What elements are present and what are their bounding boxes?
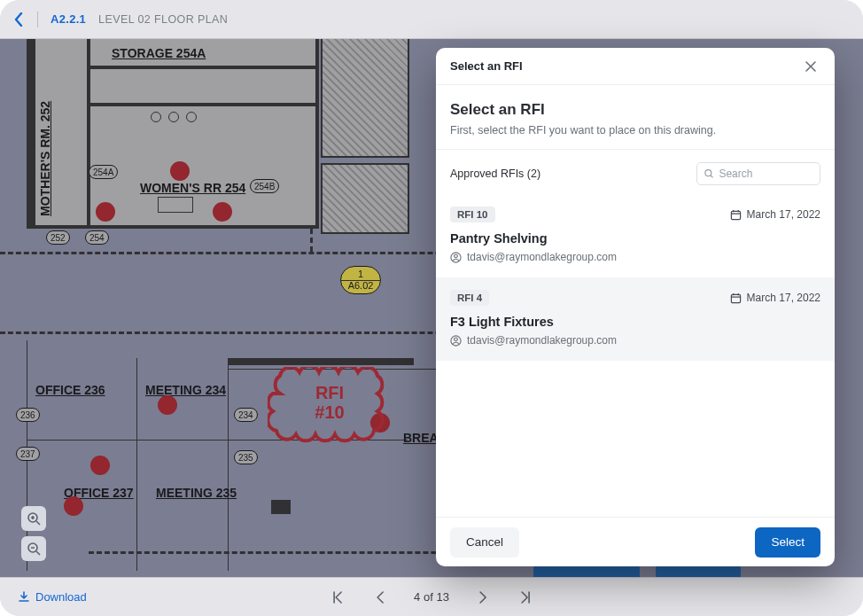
titlebar: A2.2.1 LEVEL 02 FLOOR PLAN	[0, 0, 863, 39]
rfi-date: March 17, 2022	[730, 208, 820, 221]
door-tag: 254A	[89, 165, 118, 179]
rfi-user-text: tdavis@raymondlakegroup.com	[467, 334, 617, 347]
rfi-item-user: tdavis@raymondlakegroup.com	[450, 251, 820, 263]
first-page-icon	[330, 590, 345, 604]
modal-close-button[interactable]	[801, 57, 820, 76]
select-rfi-modal: Select an RFI Select an RFI First, selec…	[436, 48, 835, 566]
room-label: STORAGE 254A	[112, 46, 206, 60]
user-icon	[450, 335, 462, 347]
user-icon	[450, 252, 462, 263]
calendar-icon	[730, 292, 742, 304]
svg-rect-15	[731, 294, 740, 302]
rfi-stamp-line1: RFI	[296, 383, 363, 402]
zoom-in-button[interactable]	[21, 506, 46, 531]
door-tag: 236	[16, 408, 40, 422]
zoom-in-icon	[27, 511, 41, 526]
room-label: BREA	[403, 431, 439, 445]
download-button[interactable]: Download	[18, 590, 87, 604]
svg-line-8	[711, 175, 713, 178]
rfi-badge: RFI 10	[450, 207, 495, 222]
door-tag: 252	[46, 230, 70, 245]
rfi-user-text: tdavis@raymondlakegroup.com	[467, 251, 617, 263]
zoom-out-icon	[27, 542, 41, 556]
cancel-button[interactable]: Cancel	[450, 527, 519, 558]
modal-intro: Select an RFI First, select the RFI you …	[436, 85, 835, 150]
door-tag: 254	[85, 230, 109, 245]
issue-marker[interactable]	[96, 202, 115, 222]
document-id[interactable]: A2.2.1	[51, 12, 86, 26]
rfi-date-text: March 17, 2022	[747, 208, 820, 221]
last-page-button[interactable]	[517, 589, 534, 606]
search-input[interactable]	[719, 168, 812, 180]
rfi-item-user: tdavis@raymondlakegroup.com	[450, 334, 820, 347]
door-tag: 235	[234, 450, 258, 464]
app-frame: A2.2.1 LEVEL 02 FLOOR PLAN STORAGE 253A …	[0, 0, 863, 616]
room-label: MEETING 235	[156, 486, 237, 500]
door-tag: 254B	[250, 179, 279, 193]
issue-marker[interactable]	[213, 202, 232, 222]
close-icon	[805, 61, 816, 72]
rfi-list: RFI 10 March 17, 2022 Pantry Shelving td…	[436, 194, 835, 517]
zoom-out-button[interactable]	[21, 536, 46, 561]
room-label: MOTHER'S RM. 252	[38, 101, 52, 216]
rfi-date: March 17, 2022	[730, 292, 820, 304]
document-title: LEVEL 02 FLOOR PLAN	[98, 13, 228, 26]
page-indicator: 4 of 13	[414, 590, 449, 604]
rfi-stamp-line2: #10	[296, 402, 363, 422]
modal-header: Select an RFI	[436, 48, 835, 85]
modal-title: Select an RFI	[450, 101, 820, 119]
rfi-list-item[interactable]: RFI 10 March 17, 2022 Pantry Shelving td…	[436, 194, 835, 277]
issue-marker[interactable]	[64, 496, 83, 516]
svg-point-14	[455, 253, 458, 257]
issue-marker[interactable]	[90, 456, 110, 475]
svg-line-5	[36, 551, 40, 555]
svg-line-1	[36, 521, 40, 525]
rfi-list-item[interactable]: RFI 4 March 17, 2022 F3 Light Fixtures t…	[436, 277, 835, 361]
modal-footer: Cancel Select	[436, 517, 835, 566]
rfi-item-title: Pantry Shelving	[450, 231, 820, 246]
door-tag: 237	[16, 447, 40, 461]
search-input-wrap[interactable]	[696, 162, 820, 185]
rfi-date-text: March 17, 2022	[747, 292, 820, 304]
prev-page-button[interactable]	[371, 589, 389, 606]
room-label: WOMEN'S RR 254	[140, 181, 245, 195]
back-button[interactable]	[12, 11, 25, 28]
issue-marker[interactable]	[158, 395, 177, 415]
pager: 4 of 13	[329, 589, 534, 606]
download-icon	[18, 591, 30, 604]
search-icon	[704, 168, 713, 179]
svg-point-7	[705, 170, 711, 176]
last-page-icon	[518, 590, 533, 604]
modal-filter-row: Approved RFIs (2)	[436, 150, 835, 194]
rfi-item-title: F3 Light Fixtures	[450, 315, 820, 329]
door-tag: 234	[234, 408, 258, 422]
modal-subtitle: First, select the RFI you want to place …	[450, 124, 820, 136]
modal-header-title: Select an RFI	[450, 59, 523, 73]
prev-page-icon	[374, 590, 386, 604]
rfi-badge: RFI 4	[450, 290, 489, 306]
first-page-button[interactable]	[329, 589, 346, 606]
svg-point-20	[455, 337, 458, 340]
download-label: Download	[35, 590, 87, 604]
calendar-icon	[730, 209, 742, 221]
footer: Download 4 of 13	[0, 577, 863, 616]
next-page-button[interactable]	[474, 589, 492, 606]
chevron-left-icon	[14, 12, 23, 27]
issue-marker[interactable]	[170, 161, 190, 181]
detail-callout-top: 1	[341, 269, 380, 280]
room-label: MEETING 234	[145, 383, 226, 397]
detail-callout-label: A6.02	[341, 280, 380, 292]
title-divider	[37, 12, 38, 27]
approved-count-label: Approved RFIs (2)	[450, 168, 540, 180]
room-label: OFFICE 236	[35, 383, 105, 397]
select-button[interactable]: Select	[755, 527, 820, 558]
modal-body: Select an RFI First, select the RFI you …	[436, 85, 835, 517]
svg-rect-9	[731, 211, 740, 219]
rfi-stamp[interactable]: RFI #10	[296, 383, 363, 422]
next-page-icon	[477, 590, 489, 604]
